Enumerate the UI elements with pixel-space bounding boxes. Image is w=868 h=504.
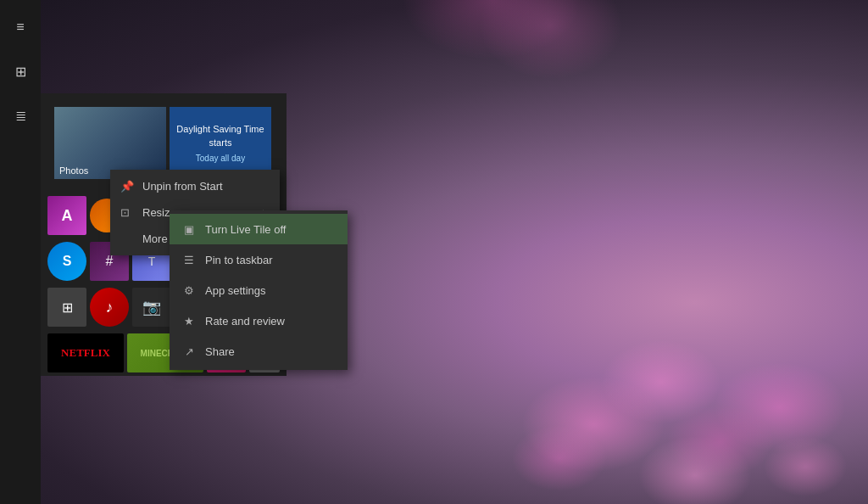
calendar-text: Daylight Saving Time starts Today all da… <box>176 122 264 165</box>
list-icon: ≣ <box>15 108 26 124</box>
tiles-button[interactable]: ⊞ <box>0 51 41 92</box>
hamburger-menu-button[interactable]: ≡ <box>0 7 41 48</box>
tiles-icon: ⊞ <box>15 64 26 80</box>
photos-tile[interactable]: Photos <box>54 107 166 179</box>
sidebar: ≡ ⊞ ≣ <box>0 0 41 504</box>
calendar-tile[interactable]: Daylight Saving Time starts Today all da… <box>170 107 271 179</box>
hamburger-icon: ≡ <box>16 20 24 35</box>
netflix-label: NETFLIX <box>61 346 110 360</box>
rate-icon: ★ <box>181 313 197 328</box>
sub-context-menu: ▣ Turn Live Tile off ☰ Pin to taskbar ⚙ … <box>170 210 348 370</box>
all-apps-button[interactable]: ≣ <box>0 95 41 136</box>
live-tile-icon: ▣ <box>181 221 197 237</box>
unpin-from-start-item[interactable]: 📌 Unpin from Start <box>110 173 280 199</box>
affinity-app[interactable]: A <box>47 196 86 235</box>
pin-taskbar-icon: ☰ <box>181 252 197 267</box>
unpin-icon: 📌 <box>120 180 134 193</box>
turn-live-tile-off-item[interactable]: ▣ Turn Live Tile off <box>170 214 348 244</box>
skype-app[interactable]: S <box>47 242 86 281</box>
rate-and-review-item[interactable]: ★ Rate and review <box>170 305 348 336</box>
share-item[interactable]: ↗ Share <box>170 336 348 367</box>
groove2-app[interactable]: ♪ <box>90 288 129 327</box>
calculator-app[interactable]: ⊞ <box>47 288 86 327</box>
share-icon: ↗ <box>181 344 197 359</box>
settings-icon: ⚙ <box>181 283 197 298</box>
pin-to-taskbar-item[interactable]: ☰ Pin to taskbar <box>170 244 348 275</box>
netflix-app[interactable]: NETFLIX <box>47 333 124 372</box>
app-settings-item[interactable]: ⚙ App settings <box>170 275 348 305</box>
photos-label: Photos <box>59 165 88 176</box>
camera-app[interactable]: 📷 <box>132 288 171 327</box>
resize-icon: ⊡ <box>120 206 134 219</box>
